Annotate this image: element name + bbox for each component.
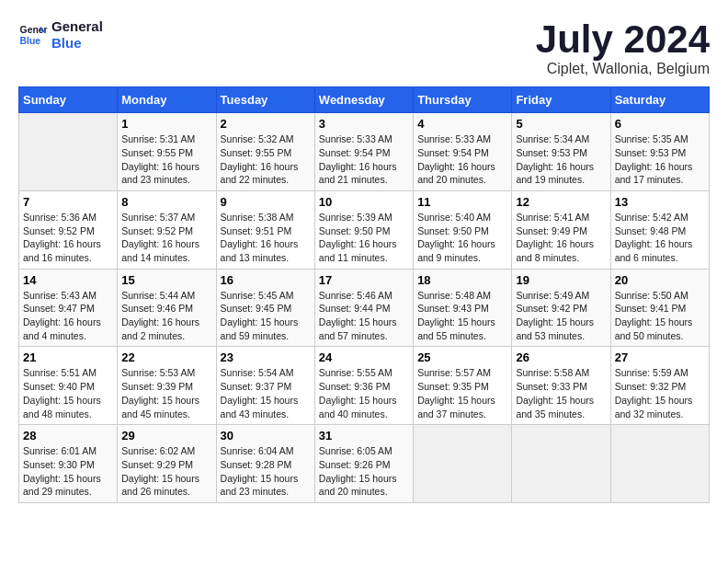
day-info: Sunrise: 5:33 AMSunset: 9:54 PMDaylight:… [417,132,507,187]
day-info: Sunrise: 5:48 AMSunset: 9:43 PMDaylight:… [417,289,507,343]
calendar-cell: 8 Sunrise: 5:37 AMSunset: 9:52 PMDayligh… [118,190,216,269]
day-number: 9 [221,195,311,209]
day-number: 17 [319,273,409,287]
calendar-cell: 27 Sunrise: 5:59 AMSunset: 9:32 PMDaylig… [610,347,709,425]
calendar-cell [610,425,709,503]
day-number: 14 [23,273,113,287]
weekday-header: Wednesday [314,87,413,113]
day-info: Sunrise: 5:53 AMSunset: 9:39 PMDaylight:… [121,366,211,420]
calendar-cell: 29 Sunrise: 6:02 AMSunset: 9:29 PMDaylig… [118,425,216,503]
day-number: 31 [319,429,409,442]
day-info: Sunrise: 5:45 AMSunset: 9:45 PMDaylight:… [221,289,311,343]
logo-text-general: General [51,18,103,35]
calendar-cell: 15 Sunrise: 5:44 AMSunset: 9:46 PMDaylig… [118,269,216,347]
day-info: Sunrise: 5:55 AMSunset: 9:36 PMDaylight:… [319,366,409,420]
day-info: Sunrise: 5:49 AMSunset: 9:42 PMDaylight:… [516,289,606,343]
day-number: 16 [221,273,311,287]
calendar-week-row: 1 Sunrise: 5:31 AMSunset: 9:55 PMDayligh… [19,113,710,191]
calendar-cell [414,425,512,503]
calendar-cell: 7 Sunrise: 5:36 AMSunset: 9:52 PMDayligh… [19,190,118,269]
day-number: 23 [221,350,311,364]
day-number: 18 [417,273,507,287]
day-number: 12 [516,195,606,209]
calendar-cell: 20 Sunrise: 5:50 AMSunset: 9:41 PMDaylig… [610,269,709,347]
day-info: Sunrise: 5:37 AMSunset: 9:52 PMDaylight:… [121,211,211,265]
day-info: Sunrise: 5:34 AMSunset: 9:53 PMDaylight:… [516,132,606,187]
calendar-week-row: 7 Sunrise: 5:36 AMSunset: 9:52 PMDayligh… [19,190,710,269]
weekday-header: Saturday [610,87,709,113]
day-info: Sunrise: 5:41 AMSunset: 9:49 PMDaylight:… [516,211,606,265]
title-block: July 2024 Ciplet, Wallonia, Belgium [536,18,710,77]
weekday-header: Friday [512,87,610,113]
calendar-cell [512,425,610,503]
calendar-cell: 18 Sunrise: 5:48 AMSunset: 9:43 PMDaylig… [414,269,512,347]
day-info: Sunrise: 5:44 AMSunset: 9:46 PMDaylight:… [121,289,211,343]
logo: General Blue General Blue [18,18,103,52]
day-number: 25 [417,350,507,364]
day-info: Sunrise: 5:35 AMSunset: 9:53 PMDaylight:… [615,132,705,187]
day-info: Sunrise: 5:38 AMSunset: 9:51 PMDaylight:… [221,211,311,265]
calendar-cell: 6 Sunrise: 5:35 AMSunset: 9:53 PMDayligh… [610,113,709,191]
day-number: 13 [615,195,705,209]
calendar-cell: 25 Sunrise: 5:57 AMSunset: 9:35 PMDaylig… [414,347,512,425]
day-info: Sunrise: 5:32 AMSunset: 9:55 PMDaylight:… [221,132,311,187]
day-number: 30 [221,429,311,442]
day-info: Sunrise: 6:01 AMSunset: 9:30 PMDaylight:… [23,444,113,499]
calendar-cell: 9 Sunrise: 5:38 AMSunset: 9:51 PMDayligh… [216,190,314,269]
calendar-cell: 22 Sunrise: 5:53 AMSunset: 9:39 PMDaylig… [118,347,216,425]
page-header: General Blue General Blue July 2024 Cipl… [18,18,710,77]
svg-text:Blue: Blue [20,36,41,46]
calendar-cell: 17 Sunrise: 5:46 AMSunset: 9:44 PMDaylig… [314,269,413,347]
day-info: Sunrise: 5:58 AMSunset: 9:33 PMDaylight:… [516,366,606,420]
day-info: Sunrise: 5:42 AMSunset: 9:48 PMDaylight:… [615,211,705,265]
calendar-table: SundayMondayTuesdayWednesdayThursdayFrid… [18,86,710,503]
calendar-cell: 3 Sunrise: 5:33 AMSunset: 9:54 PMDayligh… [314,113,413,191]
calendar-cell: 12 Sunrise: 5:41 AMSunset: 9:49 PMDaylig… [512,190,610,269]
weekday-header: Tuesday [216,87,314,113]
day-info: Sunrise: 6:02 AMSunset: 9:29 PMDaylight:… [121,444,211,499]
logo-text-blue: Blue [51,35,103,52]
calendar-cell: 19 Sunrise: 5:49 AMSunset: 9:42 PMDaylig… [512,269,610,347]
day-info: Sunrise: 5:50 AMSunset: 9:41 PMDaylight:… [615,289,705,343]
calendar-cell [19,113,118,191]
weekday-header: Sunday [19,87,118,113]
day-number: 1 [121,117,211,131]
calendar-cell: 23 Sunrise: 5:54 AMSunset: 9:37 PMDaylig… [216,347,314,425]
calendar-cell: 24 Sunrise: 5:55 AMSunset: 9:36 PMDaylig… [314,347,413,425]
day-number: 5 [516,117,606,131]
calendar-week-row: 28 Sunrise: 6:01 AMSunset: 9:30 PMDaylig… [19,425,710,503]
calendar-cell: 28 Sunrise: 6:01 AMSunset: 9:30 PMDaylig… [19,425,118,503]
day-info: Sunrise: 5:40 AMSunset: 9:50 PMDaylight:… [417,211,507,265]
day-number: 15 [121,273,211,287]
calendar-cell: 5 Sunrise: 5:34 AMSunset: 9:53 PMDayligh… [512,113,610,191]
calendar-cell: 11 Sunrise: 5:40 AMSunset: 9:50 PMDaylig… [414,190,512,269]
day-info: Sunrise: 5:36 AMSunset: 9:52 PMDaylight:… [23,211,113,265]
day-number: 29 [121,429,211,442]
day-number: 6 [615,117,705,131]
day-number: 8 [121,195,211,209]
day-number: 19 [516,273,606,287]
calendar-week-row: 21 Sunrise: 5:51 AMSunset: 9:40 PMDaylig… [19,347,710,425]
calendar-cell: 16 Sunrise: 5:45 AMSunset: 9:45 PMDaylig… [216,269,314,347]
day-number: 11 [417,195,507,209]
weekday-header: Monday [118,87,216,113]
calendar-cell: 21 Sunrise: 5:51 AMSunset: 9:40 PMDaylig… [19,347,118,425]
calendar-week-row: 14 Sunrise: 5:43 AMSunset: 9:47 PMDaylig… [19,269,710,347]
day-info: Sunrise: 5:51 AMSunset: 9:40 PMDaylight:… [23,366,113,420]
weekday-header: Thursday [414,87,512,113]
day-number: 7 [23,195,113,209]
day-number: 28 [23,429,113,442]
day-number: 10 [319,195,409,209]
day-info: Sunrise: 5:31 AMSunset: 9:55 PMDaylight:… [121,132,211,187]
day-info: Sunrise: 5:59 AMSunset: 9:32 PMDaylight:… [615,366,705,420]
calendar-cell: 14 Sunrise: 5:43 AMSunset: 9:47 PMDaylig… [19,269,118,347]
day-info: Sunrise: 5:57 AMSunset: 9:35 PMDaylight:… [417,366,507,420]
calendar-cell: 4 Sunrise: 5:33 AMSunset: 9:54 PMDayligh… [414,113,512,191]
day-number: 21 [23,350,113,364]
day-number: 24 [319,350,409,364]
day-number: 2 [221,117,311,131]
day-info: Sunrise: 6:04 AMSunset: 9:28 PMDaylight:… [221,444,311,499]
day-number: 26 [516,350,606,364]
location: Ciplet, Wallonia, Belgium [536,61,710,77]
logo-icon: General Blue [18,20,48,50]
